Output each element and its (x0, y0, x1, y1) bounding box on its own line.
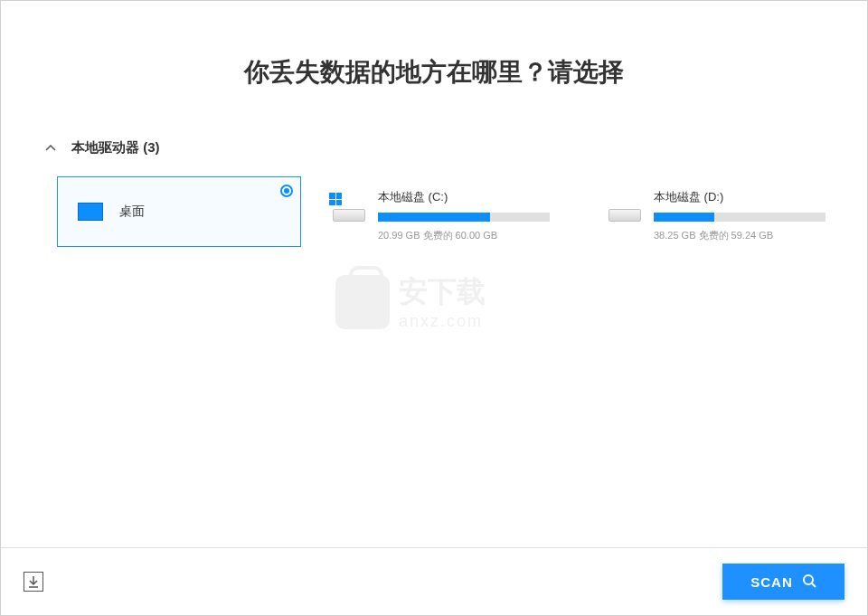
watermark-cn: 安下载 (399, 272, 486, 312)
disk-icon (609, 196, 641, 222)
watermark-en: anxz.com (399, 312, 486, 331)
chevron-up-icon (44, 142, 57, 155)
download-icon[interactable] (24, 572, 43, 592)
page-title: 你丢失数据的地方在哪里？请选择 (1, 55, 867, 90)
disk-d-stats: 38.25 GB 免费的 59.24 GB (654, 229, 853, 242)
section-label: 本地驱动器 (3) (71, 139, 160, 156)
bag-icon (335, 275, 390, 329)
disk-d-name: 本地磁盘 (D:) (654, 189, 853, 205)
disk-c-name: 本地磁盘 (C:) (378, 189, 577, 205)
disk-d-info: 本地磁盘 (D:) 38.25 GB 免费的 59.24 GB (654, 189, 853, 242)
drives-row: 桌面 本地磁盘 (C:) 20.99 GB 免费的 60.00 GB 本地磁盘 … (57, 176, 867, 247)
svg-point-0 (804, 575, 813, 584)
disk-c-usage-fill (378, 213, 490, 222)
drive-desktop-label: 桌面 (119, 204, 145, 220)
disk-c-info: 本地磁盘 (C:) 20.99 GB 免费的 60.00 GB (378, 189, 577, 242)
section-header-local-drives[interactable]: 本地驱动器 (3) (44, 139, 867, 156)
watermark: 安下载 anxz.com (335, 272, 486, 331)
footer: SCAN (1, 547, 867, 615)
drive-desktop[interactable]: 桌面 (57, 176, 301, 247)
drive-disk-c[interactable]: 本地磁盘 (C:) 20.99 GB 免费的 60.00 GB (333, 176, 577, 247)
disk-d-usage-bar (654, 213, 826, 222)
disk-icon (333, 196, 365, 222)
disk-c-usage-bar (378, 213, 550, 222)
search-icon (802, 573, 816, 591)
windows-icon (329, 193, 342, 205)
disk-d-usage-fill (654, 213, 714, 222)
radio-selected-icon (280, 185, 293, 197)
disk-c-stats: 20.99 GB 免费的 60.00 GB (378, 229, 577, 242)
monitor-icon (78, 203, 103, 221)
scan-button[interactable]: SCAN (722, 564, 844, 600)
scan-button-label: SCAN (750, 574, 793, 590)
drive-disk-d[interactable]: 本地磁盘 (D:) 38.25 GB 免费的 59.24 GB (609, 176, 853, 247)
